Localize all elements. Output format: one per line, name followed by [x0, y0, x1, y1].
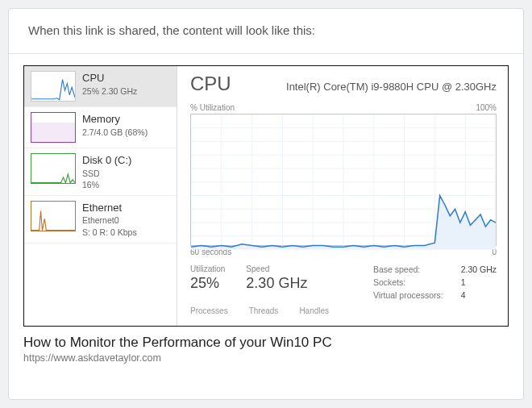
cpu-utilization-chart [190, 114, 497, 246]
sidebar-item-sub: 2.7/4.0 GB (68%) [82, 127, 148, 138]
detail-label: Virtual processors: [373, 290, 443, 300]
chart-toplabel-left: % Utilization [190, 103, 235, 112]
stat-value: 2.30 GHz [246, 275, 307, 292]
stat-value: 25% [190, 275, 225, 292]
memory-thumb-icon [31, 112, 76, 143]
ethernet-thumb-icon [31, 201, 76, 231]
cutoff-label: Threads [249, 306, 279, 315]
sidebar-item-memory[interactable]: Memory 2.7/4.0 GB (68%) [24, 107, 177, 148]
sidebar-item-sub: 25% 2.30 GHz [82, 85, 137, 97]
chart-svg [191, 114, 496, 250]
sidebar-item-ethernet[interactable]: Ethernet Ethernet0 S: 0 R: 0 Kbps [24, 196, 177, 244]
sidebar-item-sub: SSD [82, 168, 131, 179]
detail-value: 4 [461, 290, 497, 300]
share-preview-card: When this link is shared, the content wi… [8, 8, 524, 400]
sidebar-item-label: Ethernet [82, 201, 137, 215]
sidebar-item-disk[interactable]: Disk 0 (C:) SSD 16% [24, 148, 177, 196]
task-manager-preview: CPU 25% 2.30 GHz Memory 2.7/4.0 GB (68%) [23, 65, 509, 327]
link-title: How to Monitor the Performance of your W… [23, 335, 509, 351]
sidebar-item-sub2: 16% [82, 179, 131, 190]
sidebar-item-sub: Ethernet0 [82, 214, 137, 226]
sidebar-item-label: Disk 0 (C:) [82, 153, 131, 168]
cutoff-label: Processes [190, 306, 228, 315]
stat-label: Utilization [190, 264, 225, 273]
detail-value: 2.30 GHz [461, 264, 497, 274]
cutoff-label: Handles [299, 306, 329, 315]
detail-value: 1 [461, 277, 497, 287]
preview-wrap: CPU 25% 2.30 GHz Memory 2.7/4.0 GB (68%) [9, 54, 523, 327]
sidebar-item-label: CPU [82, 71, 137, 85]
cpu-thumb-icon [31, 71, 76, 102]
cpu-model: Intel(R) Core(TM) i9-9880H CPU @ 2.30GHz [286, 81, 497, 93]
sidebar-item-label: Memory [82, 112, 148, 127]
intro-text: When this link is shared, the content wi… [9, 9, 523, 54]
stat-label: Speed [246, 264, 307, 273]
disk-thumb-icon [31, 153, 76, 184]
link-meta: How to Monitor the Performance of your W… [9, 327, 523, 375]
detail-col: Base speed: 2.30 GHz Sockets: 1 Virtual … [373, 264, 497, 300]
detail-label: Base speed: [373, 264, 443, 274]
main-pane: CPU Intel(R) Core(TM) i9-9880H CPU @ 2.3… [177, 66, 508, 326]
stat-utilization: Utilization 25% [190, 264, 225, 300]
chart-toplabel-right: 100% [476, 103, 497, 112]
cutoff-row: Processes Threads Handles [190, 306, 497, 315]
link-url: https://www.askdavetaylor.com [23, 352, 509, 364]
perf-sidebar: CPU 25% 2.30 GHz Memory 2.7/4.0 GB (68%) [24, 66, 177, 326]
sidebar-item-cpu[interactable]: CPU 25% 2.30 GHz [24, 66, 177, 107]
stat-speed: Speed 2.30 GHz [246, 264, 307, 300]
detail-label: Sockets: [373, 277, 443, 287]
sidebar-item-sub2: S: 0 R: 0 Kbps [82, 227, 137, 238]
page-title: CPU [190, 73, 231, 95]
